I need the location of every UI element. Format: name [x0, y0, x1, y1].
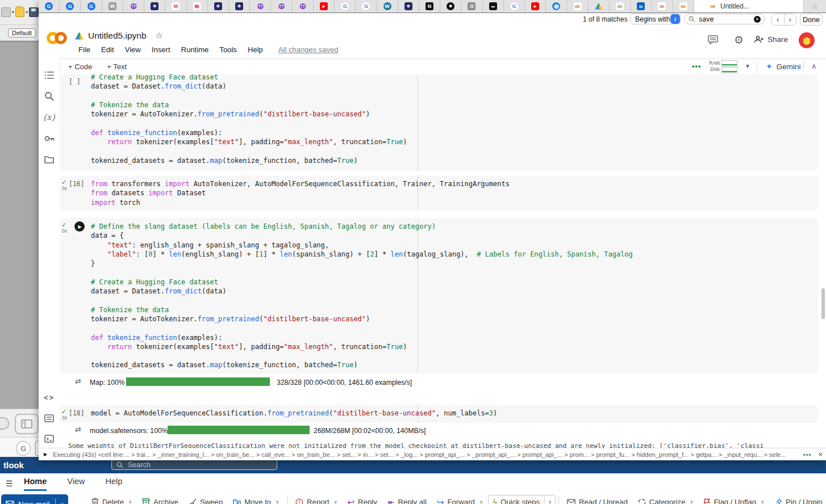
menu-tools[interactable]: Tools	[219, 45, 237, 54]
browser-tab[interactable]: ▬	[483, 0, 504, 12]
browser-tab[interactable]: ▶	[525, 0, 546, 12]
chevron-down-icon[interactable]: ∨	[334, 499, 337, 504]
show-output-icon[interactable]: ⇄	[75, 377, 81, 385]
browser-tab[interactable]: G	[60, 0, 81, 12]
ribbon-read-unread-button[interactable]: Read / Unread	[562, 494, 633, 504]
browser-tab[interactable]: G	[81, 0, 102, 12]
chevron-down-icon[interactable]: ∨	[61, 502, 64, 504]
ribbon-archive-button[interactable]: Archive	[137, 494, 183, 504]
find-mode-select[interactable]: Begins with ▲▼	[630, 14, 681, 24]
browser-tab[interactable]: ✶	[208, 0, 229, 12]
settings-button[interactable]: ⚙	[734, 33, 744, 47]
add-text-button[interactable]: + Text	[107, 62, 127, 71]
add-code-button[interactable]: + Code	[68, 62, 92, 71]
star-outline-icon[interactable]: ☆	[156, 31, 163, 41]
active-tab[interactable]: ∞ Untitled...	[694, 0, 804, 12]
code-editor[interactable]: # Define the slang dataset (labels can b…	[91, 222, 815, 370]
oval-button[interactable]	[0, 417, 9, 430]
chevron-down-icon[interactable]: ∨	[761, 499, 764, 504]
browser-tab[interactable]: ☻	[440, 0, 461, 12]
ribbon-reply-button[interactable]: ↩Reply	[343, 494, 382, 504]
share-button[interactable]: Share	[753, 35, 788, 44]
browser-tab[interactable]: ☮	[293, 0, 314, 12]
browser-tab[interactable]: M	[165, 0, 186, 12]
outlook-search-box[interactable]	[111, 459, 277, 470]
chevron-down-icon[interactable]: ∨	[128, 499, 132, 504]
outlook-tab-view[interactable]: View	[67, 477, 85, 491]
default-button[interactable]: Default	[8, 28, 36, 37]
ribbon-report-button[interactable]: Report∨	[290, 494, 342, 504]
find-search-input[interactable]	[698, 15, 751, 24]
chevron-down-icon[interactable]: ▼	[745, 63, 750, 69]
outlook-tab-home[interactable]: Home	[24, 477, 47, 491]
code-editor[interactable]: model = AutoModelForSequenceClassificati…	[91, 409, 815, 418]
menu-view[interactable]: View	[125, 45, 141, 54]
chevron-down-icon[interactable]: ∨	[479, 499, 483, 504]
browser-tab[interactable]: W	[377, 0, 398, 12]
browser-tab[interactable]: G	[356, 0, 377, 12]
find-next-button[interactable]: ›	[785, 14, 796, 25]
comment-button[interactable]	[708, 35, 718, 44]
clipboard-icon[interactable]	[1, 7, 11, 17]
code-editor[interactable]: # Create a Hugging Face datasetdataset =…	[91, 74, 815, 165]
ribbon-reply-all-button[interactable]: ↞Reply all	[382, 494, 432, 504]
status-toggle-icon[interactable]: ▶	[44, 452, 47, 457]
new-mail-button[interactable]: New mail ∨	[1, 494, 68, 504]
show-output-icon[interactable]: ⇄	[75, 425, 81, 434]
avatar[interactable]	[799, 32, 815, 48]
window-layout-button[interactable]	[15, 414, 39, 434]
resources-indicator[interactable]: RAM Disk	[709, 60, 737, 74]
browser-tab[interactable]: G	[504, 0, 525, 12]
browser-tab[interactable]: ∞	[610, 0, 631, 12]
browser-tab[interactable]: ✶	[398, 0, 419, 12]
browser-tab[interactable]: ≋	[187, 0, 208, 12]
autosave-status[interactable]: All changes saved	[278, 45, 339, 54]
sidebar-toc-button[interactable]	[39, 68, 60, 82]
collapse-toolbar-icon[interactable]: ∧	[811, 62, 817, 70]
browser-tab[interactable]: in	[631, 0, 652, 12]
browser-tab[interactable]: N	[419, 0, 440, 12]
status-more-icon[interactable]: •••	[803, 451, 812, 458]
browser-tab[interactable]: O	[461, 0, 482, 12]
browser-tab[interactable]: ∞	[652, 0, 673, 12]
browser-tab[interactable]: G	[335, 0, 356, 12]
ribbon-pin-unpin-button[interactable]: Pin / Unpin	[769, 494, 826, 504]
ribbon-forward-button[interactable]: ↪Forward∨	[432, 494, 488, 504]
sidebar-variables-button[interactable]: {x}	[39, 110, 60, 124]
browser-tab[interactable]	[589, 0, 610, 12]
menu-runtime[interactable]: Runtime	[181, 45, 209, 54]
browser-tab[interactable]: ∞	[567, 0, 588, 12]
browser-tab[interactable]: ✶	[229, 0, 250, 12]
gemini-button[interactable]: ✦ Gemini	[766, 62, 801, 71]
browser-tab[interactable]: ▶	[314, 0, 335, 12]
google-icon[interactable]: G	[16, 441, 31, 456]
browser-tab[interactable]: G	[39, 0, 60, 12]
find-search-field[interactable]: ✕	[684, 14, 765, 24]
browser-tab[interactable]: ☮	[271, 0, 292, 12]
menu-help[interactable]: Help	[248, 45, 263, 54]
sidebar-files-button[interactable]	[39, 152, 60, 167]
menu-file[interactable]: File	[78, 45, 90, 54]
browser-tab[interactable]: W	[102, 0, 123, 12]
ribbon-move-to-button[interactable]: Move to∨	[228, 494, 284, 504]
ribbon-sweep-button[interactable]: Sweep	[183, 494, 228, 504]
code-editor[interactable]: from transformers import AutoTokenizer, …	[91, 179, 815, 207]
sidebar-command-palette-button[interactable]	[39, 411, 60, 426]
more-actions-icon[interactable]: •••	[692, 62, 702, 70]
menu-insert[interactable]: Insert	[152, 45, 170, 54]
find-done-button[interactable]: Done	[800, 14, 823, 26]
outlook-tab-help[interactable]: Help	[105, 477, 122, 491]
browser-tab[interactable]: ∞	[673, 0, 694, 12]
outlook-search-input[interactable]	[127, 460, 243, 469]
browser-tab[interactable]: ☮	[123, 0, 144, 12]
browser-tab[interactable]: ⊕	[546, 0, 567, 12]
open-folder-icon[interactable]	[15, 7, 25, 17]
notebook-title[interactable]: Untitled5.ipynb	[88, 31, 147, 41]
hamburger-icon[interactable]: ☰	[6, 479, 13, 488]
sidebar-terminal-button[interactable]	[39, 431, 60, 446]
menu-edit[interactable]: Edit	[101, 45, 114, 54]
bookmark-star-icon[interactable]: ☆	[804, 0, 825, 12]
sidebar-code-snippets-button[interactable]: <>	[39, 390, 60, 405]
scrollbar-thumb[interactable]	[821, 288, 825, 319]
find-previous-button[interactable]: ‹	[772, 14, 785, 25]
